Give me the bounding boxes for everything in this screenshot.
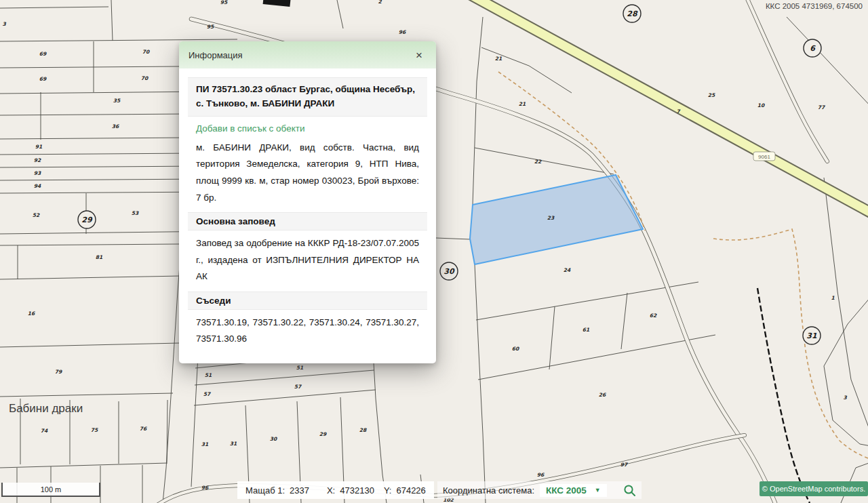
- parcel-label: 79: [55, 369, 62, 375]
- parcel-label: 36: [112, 123, 119, 129]
- osm-attribution-text: © OpenStreetMap contributors.: [762, 485, 865, 493]
- parcel-label: 21: [519, 101, 526, 107]
- parcel-label: 92: [34, 157, 41, 163]
- parcel-label: 97: [620, 462, 628, 468]
- parcel-label: 81: [96, 254, 102, 260]
- parcel-label: 62: [650, 313, 657, 319]
- parcel-label: 69: [39, 76, 47, 82]
- close-icon[interactable]: ×: [412, 49, 427, 62]
- parcel-label: 3: [2, 21, 6, 27]
- scale-label: Мащаб 1:: [245, 485, 285, 496]
- parcel-label: 23: [547, 215, 555, 221]
- parcel-description-text: м. БАБИНИ ДРАКИ, вид собств. Частна, вид…: [196, 140, 419, 206]
- parcel-label: 75: [91, 427, 98, 433]
- svg-text:9061: 9061: [758, 154, 770, 160]
- status-readouts: Мащаб 1: 2337 X: 4732130 Y: 674226: [237, 481, 434, 499]
- osm-attribution-link[interactable]: © OpenStreetMap contributors.: [760, 481, 868, 496]
- parcel-label: 25: [708, 92, 715, 98]
- parcel-label: 3: [843, 395, 847, 401]
- crs-label: Координатна система:: [443, 485, 534, 496]
- crs-dropdown[interactable]: ККС 2005 ▼: [540, 484, 607, 497]
- crs-controls: Координатна система: ККС 2005 ▼: [437, 481, 642, 499]
- parcel-label: 60: [512, 346, 519, 352]
- parcel-label: 91: [35, 144, 42, 150]
- svg-text:29: 29: [81, 216, 93, 224]
- parcel-label: 95: [207, 24, 214, 30]
- parcel-label: 30: [270, 436, 277, 442]
- parcel-label: 52: [33, 212, 40, 218]
- cursor-coordinates-readout: ККС 2005 4731969, 674500: [766, 2, 863, 10]
- chevron-down-icon: ▼: [595, 487, 601, 494]
- parcel-group-label: 31: [803, 327, 821, 344]
- y-coordinate-label: Y:: [384, 485, 392, 496]
- parcel-label: 31: [230, 441, 237, 447]
- road-ref-badge: 9061: [753, 152, 775, 161]
- info-popup: Информация × ПИ 73571.30.23 област Бурга…: [179, 41, 436, 363]
- parcel-label: 24: [564, 267, 571, 273]
- parcel-label: 57: [203, 391, 211, 397]
- x-coordinate-label: X:: [327, 485, 335, 496]
- search-icon: [623, 484, 636, 497]
- parcel-label: 57: [294, 384, 302, 390]
- parcel-label: 1: [831, 295, 834, 301]
- parcel-label: 61: [583, 327, 589, 333]
- parcel-label: 7: [676, 108, 680, 115]
- parcel-label: 96: [399, 29, 406, 35]
- parcel-label: 22: [534, 159, 542, 165]
- map-scale-bar: 100 m: [1, 483, 100, 497]
- search-button[interactable]: [623, 484, 636, 497]
- parcel-label: 69: [39, 51, 47, 57]
- parcel-label: 95: [220, 0, 228, 5]
- add-to-object-list-link[interactable]: Добави в списък с обекти: [196, 123, 304, 134]
- main-order-text: Заповед за одобрение на КККР РД-18-23/07…: [196, 235, 419, 285]
- info-popup-header: Информация ×: [179, 41, 436, 68]
- parcel-label: 93: [34, 170, 41, 176]
- parcel-label: 26: [599, 392, 606, 398]
- crs-selected-value: ККС 2005: [546, 485, 587, 496]
- x-coordinate-value: 4732130: [340, 485, 374, 496]
- info-popup-title: Информация: [189, 50, 243, 60]
- parcel-label: 70: [142, 49, 150, 55]
- parcel-group-label: 6: [804, 39, 821, 57]
- parcel-label: 31: [201, 441, 208, 447]
- section-heading-neighbours: Съседи: [188, 291, 427, 310]
- svg-text:28: 28: [627, 9, 638, 18]
- parcel-group-label: 29: [78, 211, 96, 228]
- svg-text:6: 6: [810, 44, 816, 53]
- parcel-label: 51: [296, 365, 303, 371]
- place-name-label: Бабини драки: [9, 402, 83, 415]
- parcel-group-label: 28: [623, 5, 641, 22]
- parcel-label: 53: [132, 210, 139, 216]
- parcel-label: 2: [378, 0, 382, 5]
- info-popup-body: ПИ 73571.30.23 област Бургас, община Нес…: [179, 68, 436, 363]
- section-heading-main-order: Основна заповед: [188, 212, 427, 230]
- y-coordinate-value: 674226: [396, 485, 425, 496]
- parcel-label: 51: [205, 372, 212, 378]
- parcel-label: 21: [495, 56, 502, 62]
- parcel-label: 16: [28, 310, 35, 317]
- scale-bar-label: 100 m: [41, 485, 62, 494]
- parcel-label: 74: [41, 428, 48, 434]
- scale-input[interactable]: 2337: [290, 485, 309, 496]
- svg-text:30: 30: [443, 267, 455, 276]
- parcel-label: 96: [201, 485, 209, 491]
- parcel-label: 29: [319, 431, 327, 437]
- svg-text:31: 31: [806, 331, 817, 340]
- parcel-label: 28: [359, 427, 367, 433]
- parcel-group-label: 30: [440, 262, 458, 280]
- parcel-label: 70: [141, 75, 149, 81]
- parcel-identifier-heading: ПИ 73571.30.23 област Бургас, община Нес…: [188, 77, 427, 117]
- parcel-label: 10: [757, 102, 765, 108]
- parcel-label: 76: [140, 426, 147, 432]
- parcel-label: 94: [34, 183, 41, 189]
- neighbours-list-text: 73571.30.19, 73571.30.22, 73571.30.24, 7…: [196, 315, 419, 348]
- parcel-label: 35: [113, 98, 121, 104]
- parcel-label: 77: [818, 104, 825, 110]
- parcel-label: 96: [537, 472, 545, 478]
